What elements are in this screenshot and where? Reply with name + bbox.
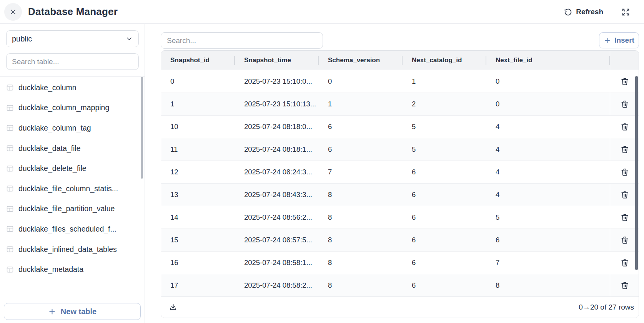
column-header-snapshot_time[interactable]: Snapshot_time	[235, 51, 319, 70]
table-row[interactable]: 122025-07-24 08:24:3...764	[161, 161, 639, 184]
table-item-menu-button[interactable]	[133, 126, 138, 129]
cell-next_catalog_id: 6	[403, 252, 486, 274]
plus-icon	[604, 37, 611, 44]
cell-next_file_id: 4	[486, 184, 610, 206]
cell-schema_version: 6	[319, 138, 403, 161]
sidebar-table-item-ducklake_metadata[interactable]: ducklake_metadata	[0, 259, 145, 280]
table-icon	[6, 225, 14, 233]
cell-snapshot_time: 2025-07-24 08:18:0...	[235, 116, 319, 138]
sidebar-table-item-ducklake_column[interactable]: ducklake_column	[0, 78, 145, 98]
trash-icon	[621, 145, 629, 154]
table-scrollbar[interactable]	[635, 76, 638, 270]
cell-snapshot_id: 13	[161, 184, 235, 206]
table-search-input[interactable]	[6, 53, 139, 70]
table-icon	[6, 266, 14, 273]
cell-next_catalog_id: 6	[403, 206, 486, 229]
table-item-menu-button[interactable]	[133, 248, 138, 251]
cell-schema_version: 0	[319, 70, 403, 93]
fullscreen-button[interactable]	[622, 8, 630, 16]
trash-icon	[621, 258, 629, 267]
cell-schema_version: 8	[319, 229, 403, 252]
trash-icon	[621, 213, 629, 222]
cell-next_file_id: 6	[486, 229, 610, 252]
row-search-input[interactable]	[161, 32, 323, 49]
table-row[interactable]: 162025-07-24 08:58:1...867	[161, 252, 639, 274]
column-header-actions	[610, 51, 639, 70]
download-button[interactable]	[167, 301, 179, 313]
column-header-next_catalog_id[interactable]: Next_catalog_id	[403, 51, 486, 70]
insert-button[interactable]: Insert	[599, 32, 639, 48]
table-icon	[6, 124, 14, 132]
data-table-body[interactable]: 02025-07-23 15:10:0...010 12025-07-23 15…	[161, 70, 639, 297]
cell-next_file_id: 0	[486, 70, 610, 93]
table-row[interactable]: 112025-07-24 08:18:1...654	[161, 138, 639, 161]
delete-row-button[interactable]	[618, 120, 631, 133]
topbar: Database Manager Refresh	[0, 0, 644, 24]
trash-icon	[621, 77, 629, 86]
table-item-menu-button[interactable]	[133, 268, 138, 271]
table-row[interactable]: 132025-07-24 08:43:3...864	[161, 184, 639, 206]
sidebar-table-item-ducklake_files_scheduled_f[interactable]: ducklake_files_scheduled_f...	[0, 219, 145, 239]
expand-icon	[622, 8, 630, 16]
cell-snapshot_time: 2025-07-24 08:56:2...	[235, 206, 319, 229]
sidebar-table-item-ducklake_file_column_statis[interactable]: ducklake_file_column_statis...	[0, 179, 145, 199]
delete-row-button[interactable]	[618, 188, 631, 201]
table-footer: 0→20 of 27 rows	[161, 296, 639, 318]
table-row[interactable]: 02025-07-23 15:10:0...010	[161, 70, 639, 93]
column-header-schema_version[interactable]: Schema_version	[319, 51, 403, 70]
delete-row-button[interactable]	[618, 98, 631, 111]
delete-row-button[interactable]	[618, 279, 631, 292]
sidebar-table-item-ducklake_data_file[interactable]: ducklake_data_file	[0, 138, 145, 159]
delete-row-button[interactable]	[618, 234, 631, 247]
table-item-menu-button[interactable]	[133, 86, 138, 89]
cell-snapshot_id: 14	[161, 206, 235, 229]
column-header-snapshot_id[interactable]: Snapshot_id	[161, 51, 235, 70]
schema-selector[interactable]: public	[6, 30, 139, 47]
table-row[interactable]: 172025-07-24 08:58:2...868	[161, 274, 639, 297]
cell-next_catalog_id: 2	[403, 93, 486, 116]
cell-next_catalog_id: 6	[403, 274, 486, 297]
table-row[interactable]: 102025-07-24 08:18:0...654	[161, 116, 639, 138]
cell-next_catalog_id: 5	[403, 116, 486, 138]
delete-row-button[interactable]	[618, 143, 631, 156]
data-table-card: Snapshot_idSnapshot_timeSchema_versionNe…	[161, 50, 639, 318]
cell-schema_version: 8	[319, 252, 403, 274]
table-row[interactable]: 12025-07-23 15:10:13...120	[161, 93, 639, 116]
delete-row-button[interactable]	[618, 256, 631, 269]
table-item-label: ducklake_inlined_data_tables	[18, 245, 133, 254]
cell-next_file_id: 5	[486, 206, 610, 229]
sidebar: public ducklake_column ducklake_column_m…	[0, 24, 145, 323]
table-item-menu-button[interactable]	[133, 147, 138, 150]
table-row[interactable]: 142025-07-24 08:56:2...865	[161, 206, 639, 229]
trash-icon	[621, 168, 629, 176]
download-icon	[169, 303, 178, 312]
delete-row-button[interactable]	[618, 166, 631, 179]
sidebar-table-item-ducklake_column_tag[interactable]: ducklake_column_tag	[0, 118, 145, 138]
close-button[interactable]	[4, 3, 22, 21]
cell-actions	[610, 93, 639, 116]
cell-snapshot_id: 1	[161, 93, 235, 116]
sidebar-table-item-ducklake_file_partition_value[interactable]: ducklake_file_partition_value	[0, 199, 145, 219]
sidebar-table-item-ducklake_inlined_data_tables[interactable]: ducklake_inlined_data_tables	[0, 239, 145, 260]
sidebar-scrollbar[interactable]	[141, 77, 143, 179]
delete-row-button[interactable]	[618, 75, 631, 88]
new-table-button[interactable]: New table	[4, 303, 141, 320]
table-item-menu-button[interactable]	[133, 167, 138, 170]
cell-snapshot_id: 0	[161, 70, 235, 93]
cell-next_file_id: 4	[486, 161, 610, 184]
schema-selector-value: public	[12, 35, 32, 43]
cell-actions	[610, 229, 639, 252]
sidebar-table-item-ducklake_delete_file[interactable]: ducklake_delete_file	[0, 158, 145, 179]
table-item-menu-button[interactable]	[133, 207, 138, 210]
table-item-menu-button[interactable]	[133, 106, 138, 109]
cell-schema_version: 1	[319, 93, 403, 116]
table-item-menu-button[interactable]	[133, 227, 138, 230]
table-item-menu-button[interactable]	[133, 187, 138, 190]
column-header-next_file_id[interactable]: Next_file_id	[486, 51, 610, 70]
table-row[interactable]: 152025-07-24 08:57:5...866	[161, 229, 639, 252]
sidebar-table-item-ducklake_column_mapping[interactable]: ducklake_column_mapping	[0, 98, 145, 118]
delete-row-button[interactable]	[618, 211, 631, 224]
new-table-label: New table	[61, 307, 97, 316]
refresh-button[interactable]: Refresh	[564, 8, 603, 16]
cell-next_catalog_id: 6	[403, 229, 486, 252]
